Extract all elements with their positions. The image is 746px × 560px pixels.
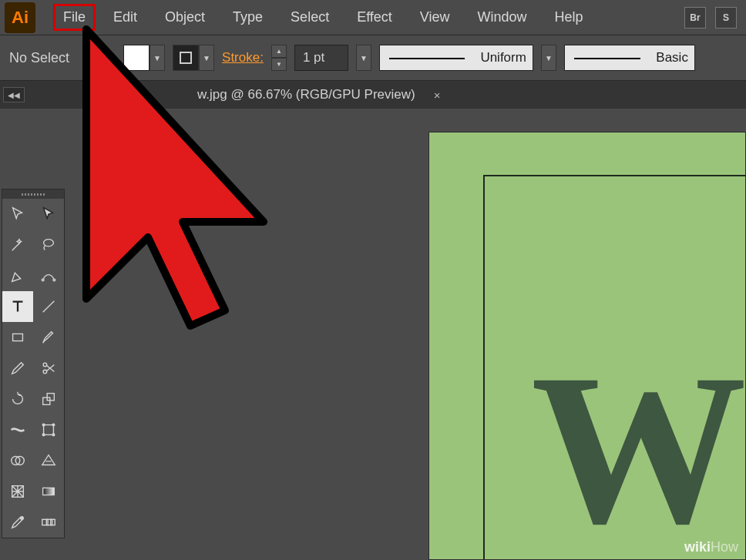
svg-rect-7	[47, 394, 54, 401]
svg-rect-18	[42, 519, 48, 525]
svg-rect-8	[44, 425, 54, 435]
canvas-letter: W	[531, 324, 739, 560]
menu-window[interactable]: Window	[469, 5, 536, 30]
tab-title: w.jpg @ 66.67% (RGB/GPU Preview)	[197, 87, 415, 102]
document-tab[interactable]: w.jpg @ 66.67% (RGB/GPU Preview) ×	[28, 81, 483, 109]
tool-pen[interactable]	[2, 260, 33, 291]
menu-effect[interactable]: Effect	[348, 5, 402, 30]
stroke-weight-field[interactable]: 1 pt	[294, 45, 348, 71]
fill-dropdown-icon[interactable]: ▼	[150, 45, 165, 71]
bridge-button[interactable]: Br	[684, 7, 706, 29]
watermark-suffix: How	[711, 539, 738, 555]
menu-edit[interactable]: Edit	[104, 5, 146, 30]
tab-strip: ◀◀ w.jpg @ 66.67% (RGB/GPU Preview) ×	[0, 81, 746, 109]
tool-type[interactable]	[2, 291, 33, 322]
menu-help[interactable]: Help	[546, 5, 593, 30]
svg-point-10	[52, 424, 55, 426]
document-area: ◀◀ w.jpg @ 66.67% (RGB/GPU Preview) ×	[0, 81, 746, 560]
svg-point-9	[42, 424, 45, 426]
svg-rect-16	[43, 488, 55, 495]
tool-rotate[interactable]	[2, 384, 33, 414]
tool-shape-builder[interactable]	[2, 445, 33, 476]
fill-swatch-group[interactable]: ▼	[123, 45, 165, 71]
tool-magic-wand[interactable]	[2, 230, 33, 260]
tool-scissors[interactable]	[33, 353, 64, 384]
tool-perspective-grid[interactable]	[33, 445, 64, 476]
tool-rectangle[interactable]	[2, 322, 33, 353]
svg-rect-6	[43, 397, 50, 404]
tool-width[interactable]	[2, 414, 33, 445]
stroke-label[interactable]: Stroke:	[222, 50, 264, 65]
brush-definition[interactable]: Basic	[564, 45, 695, 71]
watermark-brand: wiki	[684, 539, 711, 555]
stroke-weight-stepper[interactable]: ▲▼	[271, 45, 287, 71]
svg-point-2	[53, 279, 55, 281]
tool-eyedropper[interactable]	[2, 507, 33, 538]
panel-collapse-icon[interactable]: ◀◀	[3, 87, 25, 102]
control-bar: No Select ▼ ▼ Stroke: ▲▼ 1 pt ▼ Uniform …	[0, 35, 746, 81]
variable-width-profile[interactable]: Uniform	[379, 45, 533, 71]
menu-select[interactable]: Select	[281, 5, 338, 30]
menu-type[interactable]: Type	[223, 5, 272, 30]
tool-free-transform[interactable]	[33, 414, 64, 445]
profile-dropdown-icon[interactable]: ▼	[541, 45, 556, 71]
artboard[interactable]: W	[428, 132, 746, 560]
menu-file[interactable]: File	[54, 5, 95, 30]
tool-gradient[interactable]	[33, 476, 64, 507]
tool-line-segment[interactable]	[33, 291, 64, 322]
stroke-swatch-group[interactable]: ▼	[173, 45, 214, 71]
svg-rect-3	[13, 334, 23, 340]
tool-paintbrush[interactable]	[33, 322, 64, 353]
tool-scale[interactable]	[33, 384, 64, 414]
watermark: wikiHow	[684, 539, 738, 555]
tool-blend[interactable]	[33, 507, 64, 538]
svg-point-11	[42, 434, 45, 436]
stroke-dropdown-icon[interactable]: ▼	[199, 45, 214, 71]
toolbox-grip[interactable]	[2, 189, 64, 199]
profile-label: Uniform	[480, 50, 533, 65]
svg-point-17	[21, 517, 24, 520]
stroke-swatch[interactable]	[173, 45, 199, 71]
selection-status: No Select	[9, 50, 69, 66]
stock-button[interactable]: S	[715, 7, 737, 29]
fill-swatch[interactable]	[123, 45, 150, 71]
svg-point-0	[44, 240, 54, 246]
menu-view[interactable]: View	[411, 5, 459, 30]
tool-selection[interactable]	[2, 199, 33, 230]
svg-point-12	[52, 434, 55, 436]
menubar: Ai File Edit Object Type Select Effect V…	[0, 0, 746, 35]
brush-label: Basic	[656, 50, 694, 65]
canvas-region[interactable]: W	[66, 109, 746, 560]
app-logo: Ai	[5, 2, 35, 33]
brush-line-icon	[574, 58, 640, 59]
svg-rect-19	[46, 519, 52, 525]
tool-curvature-pen[interactable]	[33, 260, 64, 291]
tab-close-icon[interactable]: ×	[434, 89, 441, 102]
profile-line-icon	[389, 58, 465, 59]
art-frame: W	[483, 175, 745, 559]
toolbox	[2, 189, 65, 538]
stroke-weight-dropdown-icon[interactable]: ▼	[356, 45, 371, 71]
tool-pencil[interactable]	[2, 353, 33, 384]
tool-mesh[interactable]	[2, 476, 33, 507]
menu-object[interactable]: Object	[156, 5, 214, 30]
tool-direct-selection[interactable]	[33, 199, 64, 230]
svg-rect-20	[51, 519, 55, 525]
tool-lasso[interactable]	[33, 230, 64, 260]
